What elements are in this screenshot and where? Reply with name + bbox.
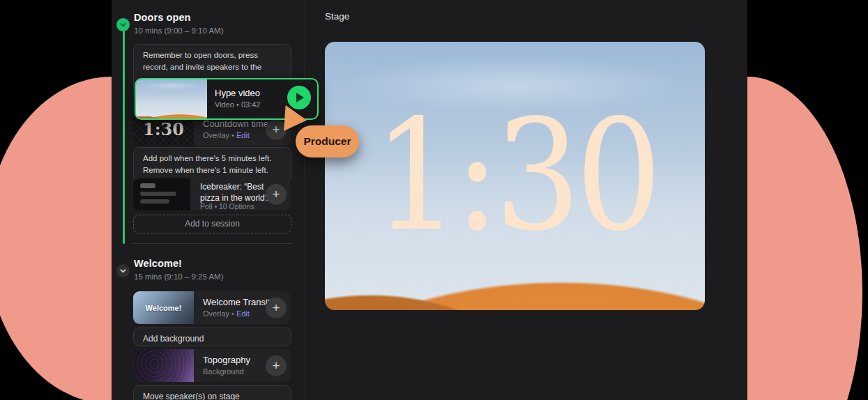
- section-title-welcome: Welcome!: [134, 258, 182, 269]
- stage-preview: 1:30: [325, 42, 705, 310]
- hype-video-thumbnail: [136, 79, 207, 118]
- countdown-meta-type: Overlay •: [203, 131, 234, 139]
- welcome-thumb-label: Welcome!: [146, 304, 182, 312]
- play-button[interactable]: [287, 86, 311, 109]
- topography-meta: Background: [203, 367, 244, 376]
- topography-add-button[interactable]: +: [266, 355, 287, 376]
- plus-icon: +: [272, 358, 280, 373]
- countdown-edit-link[interactable]: Edit: [236, 131, 250, 139]
- icebreaker-title: Icebreaker: “Best pizza in the world?”: [200, 182, 275, 203]
- hype-video-meta: Video • 03:42: [215, 100, 260, 109]
- chevron-down-icon: [119, 19, 127, 31]
- app-canvas: Doors open 10 mins (9:00 – 9:10 AM) Reme…: [0, 0, 868, 400]
- note-add-poll[interactable]: Add poll when there's 5 minutes left. Re…: [133, 147, 291, 183]
- section-doors-status-toggle[interactable]: [116, 18, 130, 31]
- note-move-speakers[interactable]: Move speaker(s) on stage: [133, 385, 291, 400]
- plus-icon: +: [272, 187, 280, 201]
- plus-icon: +: [272, 300, 280, 315]
- play-icon: [296, 93, 304, 102]
- icebreaker-meta: Poll • 10 Options: [200, 202, 254, 210]
- section-title-doors: Doors open: [134, 12, 191, 23]
- add-to-session-button[interactable]: Add to session: [133, 215, 291, 233]
- welcome-transition-add-button[interactable]: +: [266, 298, 287, 318]
- poll-bar: [140, 199, 169, 203]
- stage-heading: Stage: [325, 11, 349, 22]
- plus-icon: +: [272, 122, 280, 137]
- topography-thumbnail: [133, 349, 194, 382]
- section-subtitle-doors: 10 mins (9:00 – 9:10 AM): [134, 26, 223, 35]
- welcome-transition-meta: Overlay • Edit: [203, 309, 250, 318]
- section-welcome-status-toggle[interactable]: [116, 264, 130, 277]
- agenda-item-icebreaker-poll[interactable]: Icebreaker: “Best pizza in the world?” P…: [133, 178, 291, 210]
- agenda-item-topography[interactable]: Topography Background +: [133, 349, 291, 382]
- icebreaker-add-button[interactable]: +: [266, 184, 287, 205]
- topography-title: Topography: [203, 355, 250, 365]
- welcome-transition-meta-type: Overlay •: [203, 309, 234, 318]
- producer-cursor-label: Producer: [296, 125, 359, 157]
- countdown-add-button[interactable]: +: [266, 119, 287, 140]
- poll-thumbnail: [133, 178, 190, 210]
- hype-video-title: Hype video: [215, 88, 260, 98]
- sidebar-divider: [304, 0, 305, 400]
- chevron-down-icon: [119, 265, 127, 277]
- countdown-title: Countdown timer: [203, 118, 271, 129]
- countdown-thumb-time: 1:30: [143, 119, 184, 139]
- poll-bar: [140, 183, 155, 188]
- agenda-item-welcome-transition[interactable]: Welcome! Welcome Transition Overlay • Ed…: [133, 291, 291, 324]
- section-divider: [133, 243, 291, 244]
- section-subtitle-welcome: 15 mins (9:10 – 9:25 AM): [134, 272, 223, 281]
- poll-bar: [140, 192, 176, 196]
- timeline-line: [123, 31, 125, 244]
- welcome-transition-edit-link[interactable]: Edit: [236, 309, 250, 318]
- welcome-transition-thumbnail: Welcome!: [133, 291, 194, 324]
- stage-countdown-overlay: 1:30: [325, 42, 705, 310]
- note-add-background[interactable]: Add background: [133, 328, 291, 346]
- countdown-meta: Overlay • Edit: [203, 131, 250, 139]
